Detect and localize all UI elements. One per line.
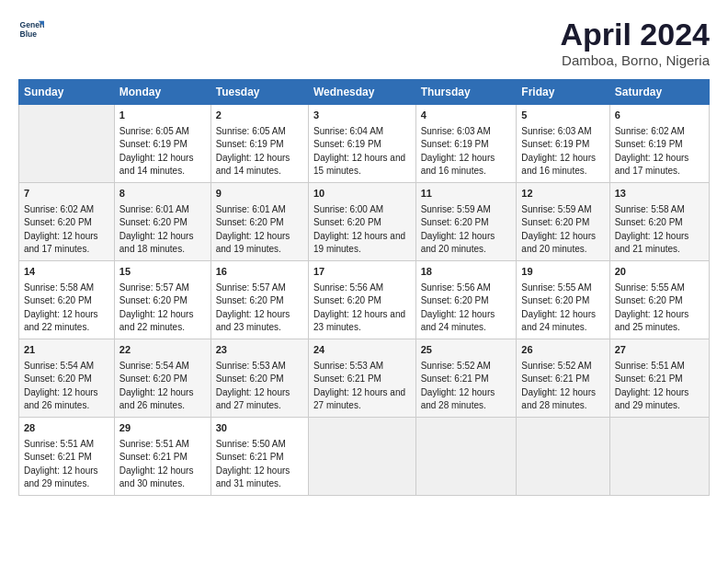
col-saturday: Saturday — [609, 80, 709, 105]
day-number: 10 — [313, 187, 411, 201]
day-number: 13 — [615, 187, 704, 201]
day-number: 15 — [119, 265, 206, 280]
svg-text:Blue: Blue — [20, 29, 38, 39]
calendar-cell: 22Sunrise: 5:54 AMSunset: 6:20 PMDayligh… — [114, 339, 210, 417]
calendar-cell — [19, 105, 115, 183]
day-number: 5 — [521, 109, 604, 123]
calendar-week-4: 28Sunrise: 5:51 AMSunset: 6:21 PMDayligh… — [19, 417, 710, 495]
calendar-cell: 3Sunrise: 6:04 AMSunset: 6:19 PMDaylight… — [308, 105, 415, 183]
calendar-cell: 16Sunrise: 5:57 AMSunset: 6:20 PMDayligh… — [210, 260, 308, 339]
calendar-cell: 29Sunrise: 5:51 AMSunset: 6:21 PMDayligh… — [114, 417, 210, 495]
header-row: General Blue April 2024 Damboa, Borno, N… — [18, 17, 710, 68]
calendar-cell: 5Sunrise: 6:03 AMSunset: 6:19 PMDaylight… — [517, 105, 609, 183]
day-number: 8 — [119, 187, 206, 201]
calendar-week-1: 7Sunrise: 6:02 AMSunset: 6:20 PMDaylight… — [19, 182, 710, 260]
calendar-cell: 8Sunrise: 6:01 AMSunset: 6:20 PMDaylight… — [114, 182, 210, 260]
calendar-cell: 14Sunrise: 5:58 AMSunset: 6:20 PMDayligh… — [19, 260, 115, 339]
calendar-week-2: 14Sunrise: 5:58 AMSunset: 6:20 PMDayligh… — [19, 260, 710, 339]
calendar-cell: 25Sunrise: 5:52 AMSunset: 6:21 PMDayligh… — [415, 339, 517, 417]
day-number: 6 — [615, 109, 704, 123]
day-number: 7 — [24, 187, 109, 201]
day-number: 4 — [421, 109, 512, 123]
calendar-cell: 19Sunrise: 5:55 AMSunset: 6:20 PMDayligh… — [517, 260, 609, 339]
calendar-cell: 4Sunrise: 6:03 AMSunset: 6:19 PMDaylight… — [415, 105, 517, 183]
day-number: 2 — [216, 109, 303, 123]
day-number: 21 — [24, 343, 109, 358]
col-tuesday: Tuesday — [210, 80, 308, 105]
day-number: 16 — [216, 265, 303, 280]
col-thursday: Thursday — [415, 80, 517, 105]
day-number: 9 — [216, 187, 303, 201]
calendar-cell: 11Sunrise: 5:59 AMSunset: 6:20 PMDayligh… — [415, 182, 517, 260]
day-number: 22 — [119, 343, 206, 358]
header-row-days: Sunday Monday Tuesday Wednesday Thursday… — [19, 80, 710, 105]
day-number: 28 — [24, 421, 109, 436]
day-number: 26 — [521, 343, 604, 358]
calendar-cell — [517, 417, 609, 495]
day-number: 3 — [313, 109, 411, 123]
calendar-cell: 20Sunrise: 5:55 AMSunset: 6:20 PMDayligh… — [609, 260, 709, 339]
day-number: 20 — [615, 265, 704, 280]
calendar-table: Sunday Monday Tuesday Wednesday Thursday… — [18, 79, 710, 496]
calendar-cell: 9Sunrise: 6:01 AMSunset: 6:20 PMDaylight… — [210, 182, 308, 260]
calendar-cell: 21Sunrise: 5:54 AMSunset: 6:20 PMDayligh… — [19, 339, 115, 417]
day-number: 29 — [119, 421, 206, 436]
calendar-cell: 18Sunrise: 5:56 AMSunset: 6:20 PMDayligh… — [415, 260, 517, 339]
col-wednesday: Wednesday — [308, 80, 415, 105]
page: General Blue April 2024 Damboa, Borno, N… — [0, 0, 728, 563]
calendar-cell: 7Sunrise: 6:02 AMSunset: 6:20 PMDaylight… — [19, 182, 115, 260]
calendar-cell: 6Sunrise: 6:02 AMSunset: 6:19 PMDaylight… — [609, 105, 709, 183]
day-number: 18 — [421, 265, 512, 280]
calendar-cell: 2Sunrise: 6:05 AMSunset: 6:19 PMDaylight… — [210, 105, 308, 183]
calendar-cell: 28Sunrise: 5:51 AMSunset: 6:21 PMDayligh… — [19, 417, 115, 495]
calendar-cell — [415, 417, 517, 495]
day-number: 27 — [615, 343, 704, 358]
calendar-cell: 10Sunrise: 6:00 AMSunset: 6:20 PMDayligh… — [308, 182, 415, 260]
day-number: 24 — [313, 343, 411, 358]
day-number: 12 — [521, 187, 604, 201]
calendar-cell: 17Sunrise: 5:56 AMSunset: 6:20 PMDayligh… — [308, 260, 415, 339]
day-number: 17 — [313, 265, 411, 280]
calendar-cell: 13Sunrise: 5:58 AMSunset: 6:20 PMDayligh… — [609, 182, 709, 260]
day-number: 25 — [421, 343, 512, 358]
calendar-cell: 26Sunrise: 5:52 AMSunset: 6:21 PMDayligh… — [517, 339, 609, 417]
logo: General Blue — [18, 17, 44, 42]
calendar-cell: 27Sunrise: 5:51 AMSunset: 6:21 PMDayligh… — [609, 339, 709, 417]
day-number: 23 — [216, 343, 303, 358]
title-block: April 2024 Damboa, Borno, Nigeria — [560, 17, 710, 68]
col-sunday: Sunday — [19, 80, 115, 105]
calendar-cell: 15Sunrise: 5:57 AMSunset: 6:20 PMDayligh… — [114, 260, 210, 339]
day-number: 30 — [216, 421, 303, 436]
calendar-cell — [308, 417, 415, 495]
col-monday: Monday — [114, 80, 210, 105]
calendar-cell: 23Sunrise: 5:53 AMSunset: 6:20 PMDayligh… — [210, 339, 308, 417]
calendar-cell: 30Sunrise: 5:50 AMSunset: 6:21 PMDayligh… — [210, 417, 308, 495]
logo-icon: General Blue — [18, 17, 44, 42]
day-number: 14 — [24, 265, 109, 280]
calendar-week-0: 1Sunrise: 6:05 AMSunset: 6:19 PMDaylight… — [19, 105, 710, 183]
subtitle: Damboa, Borno, Nigeria — [560, 52, 710, 68]
day-number: 1 — [119, 109, 206, 123]
main-title: April 2024 — [560, 17, 710, 52]
calendar-cell: 1Sunrise: 6:05 AMSunset: 6:19 PMDaylight… — [114, 105, 210, 183]
calendar-cell: 12Sunrise: 5:59 AMSunset: 6:20 PMDayligh… — [517, 182, 609, 260]
calendar-cell — [609, 417, 709, 495]
day-number: 19 — [521, 265, 604, 280]
col-friday: Friday — [517, 80, 609, 105]
calendar-cell: 24Sunrise: 5:53 AMSunset: 6:21 PMDayligh… — [308, 339, 415, 417]
calendar-week-3: 21Sunrise: 5:54 AMSunset: 6:20 PMDayligh… — [19, 339, 710, 417]
day-number: 11 — [421, 187, 512, 201]
